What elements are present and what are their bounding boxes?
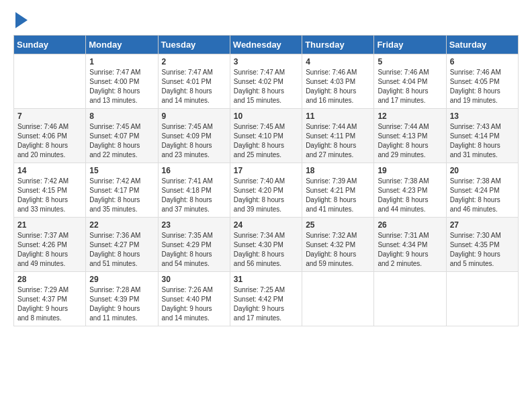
day-info: Sunrise: 7:46 AMSunset: 4:04 PMDaylight:… — [378, 68, 442, 105]
day-number: 1 — [89, 57, 154, 66]
day-number: 28 — [17, 275, 82, 284]
day-info: Sunrise: 7:28 AMSunset: 4:39 PMDaylight:… — [89, 285, 154, 323]
day-info: Sunrise: 7:39 AMSunset: 4:21 PMDaylight:… — [306, 177, 370, 214]
calendar-cell: 1Sunrise: 7:47 AMSunset: 4:00 PMDaylight… — [86, 54, 158, 109]
day-number: 27 — [450, 220, 515, 230]
calendar-cell: 5Sunrise: 7:46 AMSunset: 4:04 PMDaylight… — [374, 54, 446, 109]
day-info: Sunrise: 7:45 AMSunset: 4:09 PMDaylight:… — [162, 122, 226, 160]
day-header-friday: Friday — [374, 36, 446, 54]
day-info: Sunrise: 7:38 AMSunset: 4:23 PMDaylight:… — [378, 177, 442, 214]
calendar-cell: 15Sunrise: 7:42 AMSunset: 4:17 PMDayligh… — [86, 163, 158, 218]
day-info: Sunrise: 7:47 AMSunset: 4:02 PMDaylight:… — [234, 68, 298, 105]
day-info: Sunrise: 7:43 AMSunset: 4:14 PMDaylight:… — [450, 122, 515, 160]
day-number: 26 — [378, 220, 442, 230]
calendar-cell — [446, 272, 518, 326]
day-number: 22 — [89, 220, 154, 230]
day-header-saturday: Saturday — [446, 36, 518, 54]
calendar-cell: 21Sunrise: 7:37 AMSunset: 4:26 PMDayligh… — [14, 218, 86, 272]
day-info: Sunrise: 7:47 AMSunset: 4:01 PMDaylight:… — [162, 68, 226, 105]
calendar-cell: 9Sunrise: 7:45 AMSunset: 4:09 PMDaylight… — [158, 109, 230, 163]
day-info: Sunrise: 7:45 AMSunset: 4:07 PMDaylight:… — [89, 122, 154, 160]
day-number: 17 — [234, 166, 298, 175]
day-number: 15 — [89, 166, 154, 175]
day-info: Sunrise: 7:31 AMSunset: 4:34 PMDaylight:… — [378, 231, 442, 269]
day-info: Sunrise: 7:47 AMSunset: 4:00 PMDaylight:… — [89, 68, 154, 105]
calendar-cell: 14Sunrise: 7:42 AMSunset: 4:15 PMDayligh… — [14, 163, 86, 218]
calendar-cell: 3Sunrise: 7:47 AMSunset: 4:02 PMDaylight… — [230, 54, 302, 109]
day-number: 4 — [306, 57, 370, 66]
page-header — [13, 13, 519, 28]
calendar-cell: 24Sunrise: 7:34 AMSunset: 4:30 PMDayligh… — [230, 218, 302, 272]
day-info: Sunrise: 7:35 AMSunset: 4:29 PMDaylight:… — [162, 231, 226, 269]
calendar-cell: 30Sunrise: 7:26 AMSunset: 4:40 PMDayligh… — [158, 272, 230, 326]
calendar-cell: 29Sunrise: 7:28 AMSunset: 4:39 PMDayligh… — [86, 272, 158, 326]
day-info: Sunrise: 7:45 AMSunset: 4:10 PMDaylight:… — [234, 122, 298, 160]
calendar-cell: 28Sunrise: 7:29 AMSunset: 4:37 PMDayligh… — [14, 272, 86, 326]
day-info: Sunrise: 7:26 AMSunset: 4:40 PMDaylight:… — [162, 285, 226, 323]
week-row-5: 28Sunrise: 7:29 AMSunset: 4:37 PMDayligh… — [14, 272, 519, 326]
calendar-cell: 13Sunrise: 7:43 AMSunset: 4:14 PMDayligh… — [446, 109, 518, 163]
day-number: 18 — [306, 166, 370, 175]
calendar-cell: 19Sunrise: 7:38 AMSunset: 4:23 PMDayligh… — [374, 163, 446, 218]
day-number: 8 — [89, 111, 154, 121]
logo — [13, 13, 28, 28]
day-info: Sunrise: 7:36 AMSunset: 4:27 PMDaylight:… — [89, 231, 154, 269]
day-number: 12 — [378, 111, 442, 121]
day-number: 16 — [162, 166, 226, 175]
day-number: 19 — [378, 166, 442, 175]
day-number: 21 — [17, 220, 82, 230]
day-number: 7 — [17, 111, 82, 121]
day-header-monday: Monday — [86, 36, 158, 54]
day-info: Sunrise: 7:29 AMSunset: 4:37 PMDaylight:… — [17, 285, 82, 323]
day-number: 6 — [450, 57, 515, 66]
day-info: Sunrise: 7:42 AMSunset: 4:17 PMDaylight:… — [89, 177, 154, 214]
day-info: Sunrise: 7:46 AMSunset: 4:05 PMDaylight:… — [450, 68, 515, 105]
day-info: Sunrise: 7:44 AMSunset: 4:11 PMDaylight:… — [306, 122, 370, 160]
calendar-cell: 16Sunrise: 7:41 AMSunset: 4:18 PMDayligh… — [158, 163, 230, 218]
day-number: 5 — [378, 57, 442, 66]
calendar-cell: 18Sunrise: 7:39 AMSunset: 4:21 PMDayligh… — [302, 163, 374, 218]
calendar-cell: 20Sunrise: 7:38 AMSunset: 4:24 PMDayligh… — [446, 163, 518, 218]
day-info: Sunrise: 7:46 AMSunset: 4:03 PMDaylight:… — [306, 68, 370, 105]
day-info: Sunrise: 7:30 AMSunset: 4:35 PMDaylight:… — [450, 231, 515, 269]
day-number: 24 — [234, 220, 298, 230]
day-number: 25 — [306, 220, 370, 230]
day-info: Sunrise: 7:37 AMSunset: 4:26 PMDaylight:… — [17, 231, 82, 269]
calendar-cell: 4Sunrise: 7:46 AMSunset: 4:03 PMDaylight… — [302, 54, 374, 109]
day-number: 9 — [162, 111, 226, 121]
calendar-cell: 26Sunrise: 7:31 AMSunset: 4:34 PMDayligh… — [374, 218, 446, 272]
day-header-sunday: Sunday — [14, 36, 86, 54]
day-number: 13 — [450, 111, 515, 121]
day-number: 2 — [162, 57, 226, 66]
day-info: Sunrise: 7:25 AMSunset: 4:42 PMDaylight:… — [234, 285, 298, 323]
header-row: SundayMondayTuesdayWednesdayThursdayFrid… — [14, 36, 519, 54]
calendar-cell: 12Sunrise: 7:44 AMSunset: 4:13 PMDayligh… — [374, 109, 446, 163]
day-info: Sunrise: 7:46 AMSunset: 4:06 PMDaylight:… — [17, 122, 82, 160]
day-number: 23 — [162, 220, 226, 230]
week-row-1: 1Sunrise: 7:47 AMSunset: 4:00 PMDaylight… — [14, 54, 519, 109]
day-info: Sunrise: 7:41 AMSunset: 4:18 PMDaylight:… — [162, 177, 226, 214]
week-row-4: 21Sunrise: 7:37 AMSunset: 4:26 PMDayligh… — [14, 218, 519, 272]
logo-arrow-icon — [15, 12, 28, 28]
calendar-cell: 7Sunrise: 7:46 AMSunset: 4:06 PMDaylight… — [14, 109, 86, 163]
calendar-cell: 6Sunrise: 7:46 AMSunset: 4:05 PMDaylight… — [446, 54, 518, 109]
day-info: Sunrise: 7:38 AMSunset: 4:24 PMDaylight:… — [450, 177, 515, 214]
week-row-2: 7Sunrise: 7:46 AMSunset: 4:06 PMDaylight… — [14, 109, 519, 163]
calendar-cell — [374, 272, 446, 326]
calendar-cell: 11Sunrise: 7:44 AMSunset: 4:11 PMDayligh… — [302, 109, 374, 163]
day-info: Sunrise: 7:44 AMSunset: 4:13 PMDaylight:… — [378, 122, 442, 160]
day-info: Sunrise: 7:40 AMSunset: 4:20 PMDaylight:… — [234, 177, 298, 214]
day-number: 10 — [234, 111, 298, 121]
day-number: 30 — [162, 275, 226, 284]
day-number: 14 — [17, 166, 82, 175]
day-number: 20 — [450, 166, 515, 175]
calendar-cell: 8Sunrise: 7:45 AMSunset: 4:07 PMDaylight… — [86, 109, 158, 163]
week-row-3: 14Sunrise: 7:42 AMSunset: 4:15 PMDayligh… — [14, 163, 519, 218]
day-header-wednesday: Wednesday — [230, 36, 302, 54]
day-info: Sunrise: 7:34 AMSunset: 4:30 PMDaylight:… — [234, 231, 298, 269]
day-number: 11 — [306, 111, 370, 121]
day-info: Sunrise: 7:42 AMSunset: 4:15 PMDaylight:… — [17, 177, 82, 214]
day-header-tuesday: Tuesday — [158, 36, 230, 54]
calendar-cell: 27Sunrise: 7:30 AMSunset: 4:35 PMDayligh… — [446, 218, 518, 272]
calendar-cell: 31Sunrise: 7:25 AMSunset: 4:42 PMDayligh… — [230, 272, 302, 326]
